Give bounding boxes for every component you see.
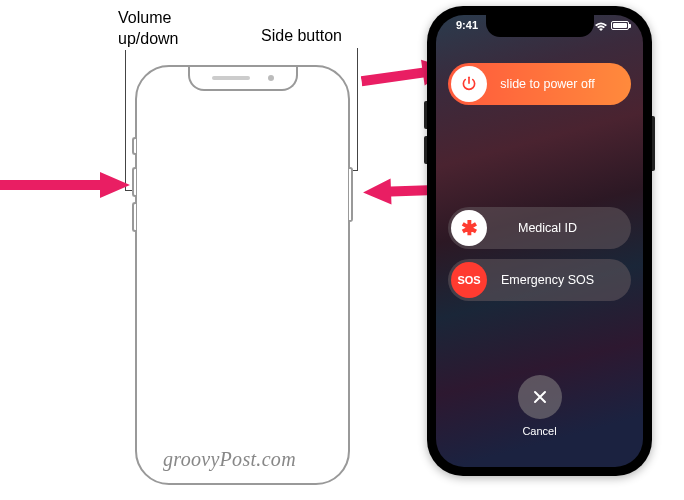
volume-down-outline [132, 202, 136, 232]
medical-id-slider[interactable]: ✱ Medical ID [448, 207, 631, 249]
mute-switch-outline [132, 137, 136, 155]
camera-icon [268, 75, 274, 81]
medical-icon: ✱ [451, 210, 487, 246]
side-button [652, 116, 655, 171]
battery-icon [611, 21, 629, 30]
wifi-icon [595, 21, 607, 30]
power-icon [451, 66, 487, 102]
slider-label: slide to power off [487, 77, 628, 91]
phone-notch [188, 67, 298, 91]
volume-label: Volume up/down [118, 8, 179, 50]
speaker-icon [212, 76, 250, 80]
sos-icon: SOS [451, 262, 487, 298]
side-button-outline [349, 167, 353, 222]
volume-up-button [424, 101, 427, 129]
cancel-button[interactable] [518, 375, 562, 419]
phone-outline-diagram [135, 65, 350, 485]
watermark-text: groovyPost.com [163, 448, 296, 471]
phone-body [135, 65, 350, 485]
connector-line [125, 50, 126, 190]
volume-up-outline [132, 167, 136, 197]
power-off-slider[interactable]: slide to power off [448, 63, 631, 105]
slider-label: Emergency SOS [487, 273, 628, 287]
cancel-label: Cancel [518, 425, 562, 437]
emergency-sos-slider[interactable]: SOS Emergency SOS [448, 259, 631, 301]
side-button-label: Side button [261, 26, 342, 47]
status-time: 9:41 [450, 19, 478, 31]
slider-label: Medical ID [487, 221, 628, 235]
connector-line [357, 48, 358, 170]
phone-notch [486, 15, 594, 37]
cancel-group: Cancel [518, 375, 562, 437]
phone-screen: 9:41 slide to power off ✱ Medical ID SOS [436, 15, 643, 467]
arrow-icon [0, 170, 130, 200]
volume-down-button [424, 136, 427, 164]
close-icon [532, 389, 548, 405]
phone-screenshot: 9:41 slide to power off ✱ Medical ID SOS [427, 6, 652, 476]
